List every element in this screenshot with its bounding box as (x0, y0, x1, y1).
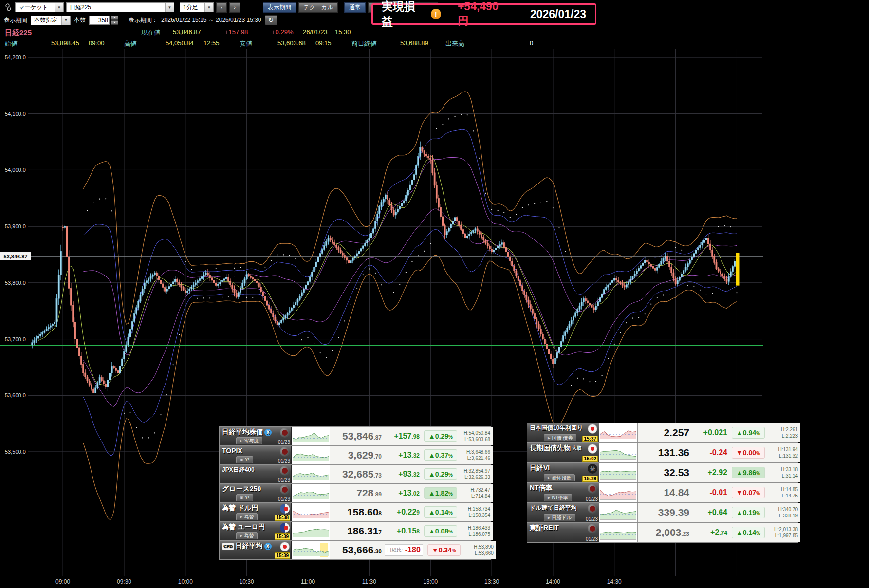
current-label: 現在値 (141, 28, 160, 37)
sub-link-label: Y! (245, 457, 249, 463)
svg-text:53,600.0: 53,600.0 (5, 392, 26, 398)
change-main: +0.64 (708, 508, 727, 516)
change-percent-badge: ▼0.07% (732, 487, 765, 498)
instrument-values: 2.257+0.021▲0.94%H:2.261L:2.223 (638, 423, 800, 442)
period-value: 2026/01/22 15:15 ～ 2026/01/23 15:30 (161, 16, 261, 24)
instrument-price: 53,666.30 (330, 544, 382, 556)
high-low: H:14.85L:14.75 (765, 486, 799, 499)
open-value: 53,898.45 (51, 39, 79, 47)
nikkei-compare: 日経比:-180 (385, 544, 423, 556)
sparkline-cell (292, 446, 330, 464)
instrument-values: 32.53+2.92▲9.86%H:33.18L:31.14 (638, 463, 800, 482)
market-select[interactable]: マーケット ▼ (15, 2, 64, 12)
sub-link-button[interactable]: ▶寄与度 (236, 437, 262, 444)
sub-link-button[interactable]: ▣Y! (236, 456, 253, 463)
sparkline-cell (599, 503, 638, 522)
warning-icon[interactable]: ! (431, 9, 441, 19)
change-percent: +0.29% (272, 28, 293, 36)
day-high: H:54,050.84 (457, 430, 490, 436)
prev-button[interactable]: ‹ (216, 2, 227, 13)
change-percent-badge: ▲0.14% (424, 506, 457, 518)
sub-link-button[interactable]: ▶為替 (236, 513, 258, 520)
svg-text:09:00: 09:00 (55, 578, 70, 585)
interval-select[interactable]: 1分足 ▼ (180, 2, 214, 12)
symbol-select[interactable]: 日経225 ▼ (66, 2, 174, 12)
count-mode-select[interactable]: 本数指定 ▼ (31, 16, 71, 25)
up-triangle-icon: ▲ (736, 509, 743, 516)
technical-button[interactable]: テクニカル (298, 2, 338, 13)
instrument-row[interactable]: NT倍率▶NT倍率01/2314.84-0.01▼0.07%H:14.85L:1… (527, 483, 798, 503)
x-social-icon[interactable]: X (264, 429, 272, 436)
next-button[interactable]: › (229, 2, 240, 13)
square-icon: ▣ (240, 495, 243, 501)
change-main: +0.021 (703, 428, 727, 437)
count-up-button[interactable]: ▲ (111, 20, 118, 25)
quote-date: 26/01/23 (303, 28, 328, 36)
link-icon[interactable] (4, 3, 13, 12)
price-main: 32,685 (342, 468, 373, 479)
instrument-row[interactable]: JPX日経40001/2332,685.73+93.32▲0.29%H:32,8… (220, 465, 490, 484)
compare-label: 日経比: (387, 547, 403, 553)
instrument-label: TOPIX▣Y!01/23 (220, 446, 292, 464)
change-fraction: .02 (411, 490, 420, 497)
count-input[interactable] (89, 16, 110, 25)
instrument-row[interactable]: 為替 ドル円▶為替15:38158.608+0.229▲0.14%H:158.7… (220, 503, 490, 522)
svg-text:13:00: 13:00 (423, 578, 438, 585)
high-low: H:3,648.66L:3,621.46 (457, 449, 491, 461)
instrument-change: +13.32 (382, 451, 420, 459)
instrument-row[interactable]: 日本国債10年利回り▶国債 債券15:372.257+0.021▲0.94%H:… (527, 423, 798, 443)
record-icon (280, 428, 290, 438)
day-low: L:714.84 (457, 493, 490, 499)
instrument-name-text: 日経VI (530, 464, 550, 473)
instrument-row[interactable]: ドル建て日経平均▶日経ドル01/23339.39+0.64▲0.19%H:340… (527, 503, 798, 523)
instrument-label: 為替 ユーロ円▶為替15:39 (220, 522, 292, 540)
timestamp: 15:39 (275, 533, 290, 540)
sparkline-cell (599, 463, 638, 482)
day-high: H:2,013.38 (765, 526, 798, 533)
sub-link-button[interactable]: ▣Y! (236, 494, 253, 501)
display-period-label: 表示期間 (4, 16, 27, 24)
count-down-button[interactable]: ▼ (111, 16, 118, 20)
display-period-button[interactable]: 表示期間 (263, 2, 296, 13)
instrument-row[interactable]: 日経VI☠▶恐怖指数15:3932.53+2.92▲9.86%H:33.18L:… (527, 463, 798, 483)
instrument-row[interactable]: TOPIX▣Y!01/233,629.70+13.32▲0.37%H:3,648… (220, 446, 490, 465)
instrument-price: 2,003.23 (638, 527, 689, 538)
change-percent-badge: ▼0.34% (427, 544, 461, 556)
percent-sign: % (448, 434, 453, 440)
instrument-row[interactable]: CFD日経平均X15:3953,666.30日経比:-180▼0.34%H:53… (220, 541, 490, 559)
normal-button[interactable]: 通常 (344, 2, 366, 13)
japan-flag-icon (588, 424, 597, 434)
instrument-row[interactable]: 日経平均株価X▶寄与度01/2353,846.87+157.98▲0.29%H:… (220, 427, 490, 446)
sparkline-chart (600, 525, 636, 540)
sparkline-chart (600, 465, 636, 480)
percent-text: 0.07 (743, 489, 756, 496)
change-fraction: 9 (416, 509, 420, 516)
instrument-row[interactable]: 為替 ユーロ円▶為替15:39186.317+0.158▲0.08%H:186.… (220, 522, 490, 541)
price-main: 2,003 (656, 527, 682, 538)
sparkline-chart (293, 467, 329, 481)
instrument-price: 32.53 (638, 467, 689, 478)
realized-pnl-date: 2026/01/23 (530, 8, 586, 21)
sub-link-button[interactable]: ▶NT倍率 (544, 494, 572, 501)
compare-value: -180 (405, 546, 421, 554)
price-main: 339.39 (658, 507, 689, 518)
reload-button[interactable]: ↻ (265, 15, 277, 25)
day-low: L:338.19 (765, 513, 798, 519)
sub-link-button[interactable]: ▶国債 債券 (544, 434, 576, 441)
svg-text:13:30: 13:30 (484, 578, 499, 585)
sub-link-button[interactable]: ▶日経ドル (544, 514, 575, 521)
sub-link-button[interactable]: ▶恐怖指数 (544, 474, 575, 481)
instrument-label: 日経平均株価X▶寄与度01/23 (220, 427, 292, 445)
high-low: H:53,890L:53,660 (461, 544, 495, 556)
instrument-row[interactable]: 長期国債先物大取15:02131.36-0.24▼0.00%H:131.94L:… (527, 443, 798, 463)
interval-select-value: 1分足 (183, 3, 198, 12)
instrument-row[interactable]: 東証REIT01/232,003.23+2.74▲0.14%H:2,013.38… (527, 523, 798, 542)
instrument-row[interactable]: グロース250▣Y!01/23728.89+13.02▲1.82%H:732.4… (220, 484, 490, 503)
sub-link-button[interactable]: ▶為替 (236, 532, 258, 539)
x-social-icon[interactable]: X (264, 543, 272, 550)
instrument-change: -0.24 (689, 448, 727, 457)
sparkline-chart (293, 505, 329, 519)
price-fraction: .87 (373, 434, 382, 441)
svg-text:53,846.87: 53,846.87 (4, 254, 28, 259)
price-main: 728 (356, 487, 373, 498)
